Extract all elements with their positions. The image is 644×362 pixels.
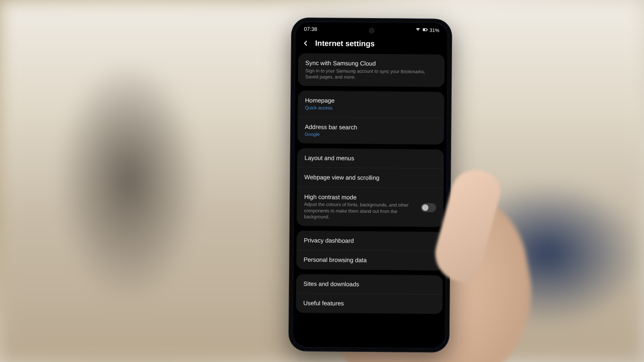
wifi-icon: [415, 27, 421, 33]
svg-rect-1: [427, 29, 427, 30]
settings-list: Sync with Samsung CloudSign in to your S…: [293, 53, 448, 327]
settings-group: Sites and downloadsUseful features: [296, 274, 443, 314]
row-title: Sites and downloads: [303, 280, 436, 288]
settings-group: Layout and menusWebpage view and scrolli…: [297, 148, 444, 227]
settings-group: Sync with Samsung CloudSign in to your S…: [298, 53, 445, 87]
settings-group: HomepageQuick accessAddress bar searchGo…: [297, 90, 444, 144]
status-battery: 31%: [429, 27, 439, 33]
row-text: Webpage view and scrolling: [304, 173, 436, 182]
row-subtitle: Adjust the colours of fonts, backgrounds…: [304, 202, 416, 221]
row-text: Layout and menus: [305, 154, 437, 162]
row-title: Privacy dashboard: [304, 236, 436, 245]
settings-row[interactable]: Webpage view and scrolling: [297, 167, 444, 188]
row-text: High contrast modeAdjust the colours of …: [304, 193, 416, 221]
row-text: Address bar searchGoogle: [305, 123, 437, 139]
row-title: Homepage: [305, 96, 437, 105]
row-title: Personal browsing data: [303, 256, 436, 265]
row-text: Sync with Samsung CloudSign in to your S…: [305, 59, 437, 81]
phone-screen: 07:38 31% Internet settings Sync with Sa…: [292, 21, 448, 348]
row-subtitle: Sign in to your Samsung account to sync …: [305, 68, 437, 81]
row-title: Useful features: [303, 299, 435, 308]
page-title: Internet settings: [315, 39, 375, 48]
settings-row[interactable]: High contrast modeAdjust the colours of …: [297, 187, 444, 227]
chevron-left-icon: [301, 39, 310, 47]
settings-row[interactable]: Sync with Samsung CloudSign in to your S…: [298, 53, 445, 87]
row-subtitle: Google: [305, 132, 437, 139]
settings-row[interactable]: Personal browsing data: [296, 250, 443, 271]
settings-row[interactable]: Layout and menus: [297, 148, 444, 169]
row-title: Webpage view and scrolling: [304, 173, 436, 182]
row-text: Personal browsing data: [303, 256, 436, 265]
settings-group: Privacy dashboardPersonal browsing data: [296, 230, 443, 270]
settings-row[interactable]: Address bar searchGoogle: [297, 117, 444, 144]
row-subtitle: Quick access: [305, 105, 437, 112]
row-title: Sync with Samsung Cloud: [305, 59, 438, 68]
row-text: Sites and downloads: [303, 280, 436, 288]
back-button[interactable]: [301, 39, 310, 47]
battery-icon: [422, 27, 428, 33]
row-title: High contrast mode: [304, 193, 416, 202]
settings-row[interactable]: Sites and downloads: [296, 274, 443, 295]
front-camera: [369, 28, 374, 33]
row-title: Layout and menus: [305, 154, 437, 162]
row-text: HomepageQuick access: [305, 96, 437, 112]
page-header: Internet settings: [295, 34, 448, 54]
svg-rect-2: [423, 29, 425, 31]
row-text: Privacy dashboard: [304, 236, 436, 245]
phone-frame: 07:38 31% Internet settings Sync with Sa…: [288, 17, 452, 352]
settings-row[interactable]: Privacy dashboard: [297, 230, 443, 251]
row-text: Useful features: [303, 299, 435, 308]
toggle-switch[interactable]: [421, 203, 436, 212]
settings-row[interactable]: Useful features: [296, 294, 442, 314]
status-time: 07:38: [304, 26, 317, 32]
row-title: Address bar search: [305, 123, 437, 132]
settings-row[interactable]: HomepageQuick access: [297, 90, 444, 118]
